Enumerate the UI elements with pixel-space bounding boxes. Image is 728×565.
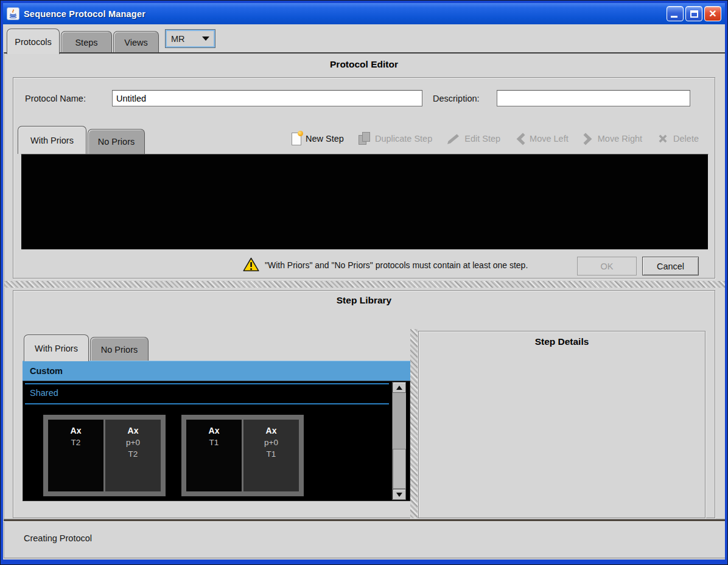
tab-steps[interactable]: Steps bbox=[61, 31, 112, 53]
pencil-icon bbox=[447, 133, 460, 145]
editor-tab-no-priors[interactable]: No Priors bbox=[88, 129, 145, 154]
step-tile[interactable]: Ax T2 bbox=[48, 420, 103, 491]
x-mark-icon bbox=[657, 133, 669, 145]
chevron-right-icon bbox=[583, 133, 593, 145]
description-input[interactable] bbox=[497, 90, 690, 106]
edit-step-button[interactable]: Edit Step bbox=[447, 133, 500, 145]
application-window: Sequence Protocol Manager ✕ Protocols St… bbox=[0, 0, 728, 565]
move-right-button[interactable]: Move Right bbox=[583, 133, 642, 145]
step-toolbar: New Step Duplicate Step Edit Step Move L… bbox=[262, 127, 699, 150]
step-details-panel bbox=[418, 331, 705, 518]
step-tile[interactable]: Ax p+0 T1 bbox=[243, 420, 299, 491]
close-icon: ✕ bbox=[705, 7, 721, 21]
tab-protocols[interactable]: Protocols bbox=[7, 29, 60, 54]
modality-select[interactable]: MR bbox=[165, 29, 215, 48]
status-bar-divider bbox=[4, 519, 726, 522]
cancel-button[interactable]: Cancel bbox=[642, 257, 699, 276]
window-title: Sequence Protocol Manager bbox=[24, 9, 145, 19]
new-document-icon bbox=[292, 133, 301, 145]
protocol-editor-title: Protocol Editor bbox=[1, 59, 727, 70]
status-text: Creating Protocol bbox=[24, 533, 92, 543]
library-category-header[interactable]: Custom bbox=[23, 361, 410, 381]
combo-arrow-icon bbox=[202, 36, 209, 41]
new-step-button[interactable]: New Step bbox=[292, 133, 344, 145]
duplicate-step-button[interactable]: Duplicate Step bbox=[359, 132, 432, 145]
title-bar[interactable]: Sequence Protocol Manager ✕ bbox=[3, 3, 725, 24]
step-library-title: Step Library bbox=[1, 295, 727, 306]
tab-views[interactable]: Views bbox=[113, 31, 159, 53]
validation-warning-text: "With Priors" and "No Priors" protocols … bbox=[265, 260, 528, 270]
scroll-down-button[interactable] bbox=[393, 489, 406, 500]
library-tab-with-priors[interactable]: With Priors bbox=[24, 334, 89, 361]
step-group[interactable]: Ax T1 Ax p+0 T1 bbox=[181, 415, 304, 496]
warning-triangle-icon bbox=[243, 257, 259, 272]
step-group[interactable]: Ax T2 Ax p+0 T2 bbox=[43, 415, 166, 496]
vertical-split-divider[interactable] bbox=[410, 329, 418, 518]
step-tile[interactable]: Ax T1 bbox=[186, 420, 242, 491]
step-details-title: Step Details bbox=[418, 336, 705, 347]
protocol-name-input[interactable] bbox=[112, 90, 422, 106]
minimize-button[interactable] bbox=[667, 6, 684, 21]
protocol-steps-canvas[interactable] bbox=[21, 154, 709, 250]
shared-section-underline bbox=[25, 403, 389, 404]
protocol-name-label: Protocol Name: bbox=[25, 94, 86, 103]
step-tile[interactable]: Ax p+0 T2 bbox=[105, 420, 161, 491]
scroll-up-button[interactable] bbox=[393, 382, 406, 393]
horizontal-split-divider[interactable] bbox=[4, 281, 725, 288]
move-left-button[interactable]: Move Left bbox=[515, 133, 569, 145]
triangle-up-icon bbox=[396, 386, 402, 390]
step-list-scrollbar[interactable] bbox=[392, 382, 405, 500]
java-app-icon bbox=[7, 7, 19, 20]
minimize-icon bbox=[671, 16, 677, 18]
delete-button[interactable]: Delete bbox=[657, 133, 699, 145]
ok-button[interactable]: OK bbox=[577, 257, 637, 276]
triangle-down-icon bbox=[396, 493, 402, 497]
chevron-left-icon bbox=[515, 133, 525, 145]
scrollbar-thumb[interactable] bbox=[393, 449, 406, 489]
copy-documents-icon bbox=[359, 132, 371, 145]
description-label: Description: bbox=[433, 94, 480, 103]
close-button[interactable]: ✕ bbox=[704, 6, 721, 21]
scrollbar-track[interactable] bbox=[393, 393, 406, 449]
editor-tab-with-priors[interactable]: With Priors bbox=[18, 126, 86, 154]
shared-section-top-rule bbox=[25, 383, 389, 384]
shared-section-label: Shared bbox=[30, 388, 58, 398]
maximize-button[interactable] bbox=[685, 6, 702, 21]
library-tab-no-priors[interactable]: No Priors bbox=[90, 337, 149, 361]
maximize-icon bbox=[690, 10, 698, 18]
